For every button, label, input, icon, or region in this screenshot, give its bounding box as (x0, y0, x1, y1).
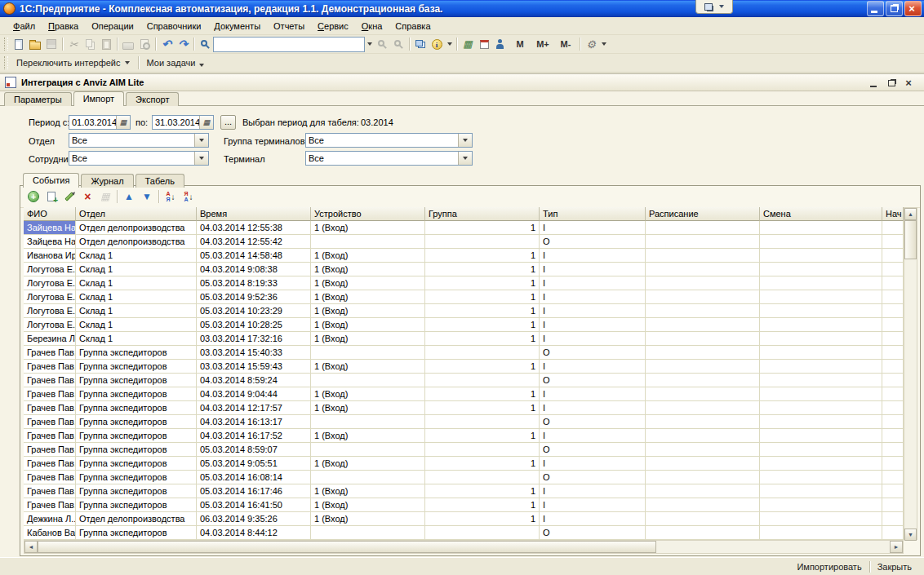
table-cell[interactable]: Грачев Пав... (24, 415, 76, 429)
table-cell[interactable]: 05.03.2014 16:08:14 (197, 471, 311, 484)
table-row[interactable]: Грачев Пав...Группа экспедиторов04.03.20… (24, 401, 904, 415)
table-cell[interactable]: 05.03.2014 16:41:50 (197, 498, 311, 512)
table-cell[interactable] (646, 401, 760, 415)
table-cell[interactable]: 1 (425, 318, 540, 332)
table-cell[interactable]: I (540, 457, 646, 471)
table-cell[interactable] (760, 484, 882, 498)
table-cell[interactable] (882, 346, 904, 360)
memory-add-button[interactable]: M+ (531, 36, 554, 52)
table-cell[interactable]: O (540, 471, 646, 484)
window-dock-icon[interactable] (704, 3, 713, 11)
table-cell[interactable] (646, 526, 760, 540)
table-cell[interactable] (646, 276, 760, 290)
table-row[interactable]: Грачев Пав...Группа экспедиторов04.03.20… (24, 415, 904, 429)
table-row[interactable]: Зайцева На...Отдел делопроизводства04.03… (24, 221, 904, 235)
table-cell[interactable]: 1 (425, 387, 540, 401)
table-cell[interactable]: 1 (425, 401, 540, 415)
table-cell[interactable]: I (540, 512, 646, 526)
chevron-down-icon[interactable] (719, 5, 724, 8)
table-cell[interactable]: Склад 1 (76, 249, 197, 263)
table-cell[interactable]: Грачев Пав... (24, 457, 76, 471)
table-cell[interactable] (646, 374, 760, 387)
edit-row-icon[interactable] (60, 188, 78, 205)
table-cell[interactable] (425, 346, 540, 360)
table-cell[interactable] (882, 304, 904, 318)
table-cell[interactable] (646, 221, 760, 235)
table-cell[interactable] (882, 263, 904, 276)
menu-item[interactable]: Справка (389, 19, 437, 33)
view-tab-Журнал[interactable]: Журнал (81, 174, 133, 188)
table-cell[interactable] (425, 374, 540, 387)
table-cell[interactable] (646, 318, 760, 332)
memory-subtract-button[interactable]: M- (554, 36, 577, 52)
table-cell[interactable] (882, 290, 904, 304)
table-cell[interactable] (760, 387, 882, 401)
table-cell[interactable]: I (540, 401, 646, 415)
table-cell[interactable]: O (540, 443, 646, 457)
horizontal-scrollbar[interactable]: ◄ ► (24, 540, 904, 554)
table-cell[interactable] (760, 526, 882, 540)
table-cell[interactable] (646, 429, 760, 443)
table-cell[interactable] (760, 512, 882, 526)
table-cell[interactable] (882, 484, 904, 498)
column-header[interactable]: Время (197, 207, 311, 221)
table-cell[interactable]: 1 (425, 304, 540, 318)
table-cell[interactable]: Логутова Е... (24, 276, 76, 290)
window-dock-panel[interactable] (695, 0, 733, 14)
table-cell[interactable]: 1 (Вход) (311, 498, 425, 512)
paste-icon[interactable] (98, 36, 114, 52)
table-row[interactable]: Грачев Пав...Группа экспедиторов05.03.20… (24, 498, 904, 512)
table-cell[interactable]: I (540, 498, 646, 512)
table-cell[interactable] (425, 471, 540, 484)
search-input[interactable] (213, 37, 365, 52)
table-cell[interactable] (760, 346, 882, 360)
table-row[interactable]: Логутова Е...Склад 105.03.2014 8:19:331 … (24, 276, 904, 290)
table-cell[interactable]: 05.03.2014 10:28:25 (197, 318, 311, 332)
table-cell[interactable] (882, 332, 904, 346)
print-preview-icon[interactable] (136, 36, 153, 52)
table-cell[interactable] (760, 318, 882, 332)
table-cell[interactable] (882, 235, 904, 249)
column-header[interactable]: Тип (540, 207, 646, 221)
table-cell[interactable]: Грачев Пав... (24, 471, 76, 484)
menu-item[interactable]: Файл (7, 19, 42, 33)
table-cell[interactable]: Группа экспедиторов (76, 526, 197, 540)
table-row[interactable]: Грачев Пав...Группа экспедиторов05.03.20… (24, 457, 904, 471)
department-combobox[interactable]: Все (69, 133, 209, 148)
form-minimize-button[interactable] (868, 77, 880, 88)
table-cell[interactable] (760, 235, 882, 249)
table-cell[interactable]: Логутова Е... (24, 304, 76, 318)
table-cell[interactable] (311, 415, 425, 429)
table-cell[interactable]: O (540, 374, 646, 387)
tab-Импорт[interactable]: Импорт (73, 91, 124, 106)
table-cell[interactable]: 05.03.2014 10:23:29 (197, 304, 311, 318)
table-cell[interactable]: 05.03.2014 8:19:33 (197, 276, 311, 290)
table-cell[interactable] (882, 249, 904, 263)
menu-item[interactable]: Сервис (311, 19, 355, 33)
table-cell[interactable] (425, 443, 540, 457)
table-cell[interactable]: Отдел делопроизводства (76, 512, 197, 526)
table-cell[interactable] (425, 526, 540, 540)
table-cell[interactable] (760, 429, 882, 443)
table-row[interactable]: Грачев Пав...Группа экспедиторов04.03.20… (24, 387, 904, 401)
table-cell[interactable]: Склад 1 (76, 276, 197, 290)
table-cell[interactable]: Группа экспедиторов (76, 484, 197, 498)
copy-icon[interactable] (82, 36, 98, 52)
table-cell[interactable]: Грачев Пав... (24, 387, 76, 401)
table-cell[interactable]: 1 (425, 276, 540, 290)
table-cell[interactable]: Группа экспедиторов (76, 346, 197, 360)
table-cell[interactable]: 1 (Вход) (311, 387, 425, 401)
copy-to-window-icon[interactable] (412, 36, 429, 52)
redo-icon[interactable]: ↷ (175, 36, 191, 52)
table-cell[interactable] (882, 443, 904, 457)
table-cell[interactable] (311, 235, 425, 249)
period-select-button[interactable]: ... (220, 115, 236, 130)
column-header[interactable]: Нач (882, 207, 904, 221)
table-cell[interactable]: 1 (425, 290, 540, 304)
table-cell[interactable] (882, 526, 904, 540)
add-row-icon[interactable]: + (24, 188, 42, 205)
table-cell[interactable]: 04.03.2014 12:17:57 (197, 401, 311, 415)
table-cell[interactable] (760, 374, 882, 387)
calculator-icon[interactable]: ▦ (460, 36, 476, 52)
table-row[interactable]: Грачев Пав...Группа экспедиторов03.03.20… (24, 346, 904, 360)
